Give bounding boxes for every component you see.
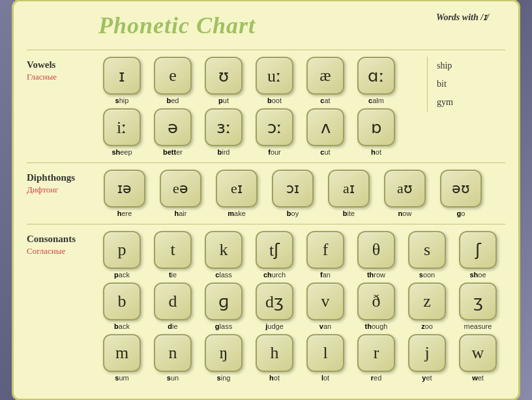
symbol-word: hot <box>371 148 381 156</box>
symbol-word: ship <box>115 97 129 104</box>
symbol-cell: bback <box>98 283 145 330</box>
symbol-word: die <box>168 322 177 330</box>
symbol-cell: zzoo <box>404 283 451 330</box>
symbol-box: ɔɪ <box>272 170 314 208</box>
diphthongs-row1: ɪəhereeəhaireɪmakeɔɪboyaɪbiteaʊnowəʊgo <box>98 170 505 217</box>
symbol-box: l <box>306 334 344 372</box>
symbol-cell: tʃchurch <box>251 231 298 279</box>
symbol-cell: ʊput <box>200 57 247 104</box>
symbol-box: ɡ <box>205 283 243 320</box>
main-grid: Vowels Гласные ɪshipebedʊputuːbootæcatɑː… <box>27 50 505 388</box>
symbol-box: p <box>103 231 141 269</box>
symbol-word: shoe <box>469 271 486 279</box>
symbol-cell: ɔɪboy <box>267 170 319 217</box>
symbol-word: hot <box>269 374 280 382</box>
symbol-cell: aɪbite <box>323 170 375 217</box>
diphthongs-symbols: ɪəhereeəhaireɪmakeɔɪboyaɪbiteaʊnowəʊgo <box>98 170 505 217</box>
word-gym: gym <box>437 93 505 112</box>
symbol-box: ɪə <box>104 170 145 208</box>
symbol-cell: ɪəhere <box>98 170 151 217</box>
symbol-box: w <box>459 334 497 372</box>
symbol-box: tʃ <box>256 231 293 269</box>
symbol-word: cut <box>320 148 330 156</box>
symbol-word: pack <box>114 271 130 279</box>
symbol-word: put <box>218 97 229 104</box>
symbol-cell: ɒhot <box>353 108 400 156</box>
symbol-cell: eɪmake <box>211 170 263 217</box>
symbol-box: ɒ <box>357 108 395 146</box>
symbol-word: now <box>398 209 412 217</box>
symbol-cell: ssoon <box>404 231 451 279</box>
symbol-word: red <box>371 374 382 382</box>
diphthongs-label: Diphthongs Дифтонг <box>27 170 98 195</box>
symbol-word: measure <box>464 322 492 330</box>
symbol-box: m <box>103 334 141 372</box>
symbol-box: ʌ <box>306 108 344 146</box>
symbol-box: s <box>408 231 446 269</box>
symbol-cell: jyet <box>404 334 451 382</box>
symbol-cell: ʌcut <box>302 108 349 156</box>
symbol-cell: ðthough <box>353 283 400 330</box>
symbol-word: fan <box>320 271 331 279</box>
symbol-word: back <box>114 322 130 330</box>
symbol-box: d <box>154 283 192 320</box>
symbol-cell: ɔːfour <box>251 108 298 156</box>
symbol-box: ŋ <box>205 334 243 372</box>
symbol-word: van <box>319 322 331 330</box>
symbol-cell: uːboot <box>251 57 298 104</box>
symbol-word: boot <box>267 97 282 104</box>
symbol-box: iː <box>103 108 141 146</box>
symbol-box: eə <box>160 170 201 208</box>
symbol-word: judge <box>265 322 284 330</box>
symbol-word: lot <box>321 374 329 382</box>
symbol-cell: dʒjudge <box>251 283 298 330</box>
symbol-word: soon <box>419 271 435 279</box>
symbol-word: make <box>228 209 246 217</box>
symbol-cell: əbetter <box>149 108 196 156</box>
symbol-word: yet <box>422 374 432 382</box>
symbol-word: though <box>365 322 388 330</box>
symbol-word: go <box>457 209 466 217</box>
symbol-box: h <box>256 334 293 372</box>
symbol-box: t <box>154 231 192 269</box>
symbol-cell: ɡglass <box>200 283 247 330</box>
word-bit: bit <box>437 75 505 93</box>
diphthongs-section: Diphthongs Дифтонг ɪəhereeəhaireɪmakeɔɪb… <box>27 162 505 224</box>
symbol-cell: æcat <box>302 57 349 104</box>
symbol-cell: eəhair <box>155 170 207 217</box>
symbol-cell: ddie <box>149 283 196 330</box>
symbol-cell: hhot <box>251 334 298 382</box>
symbol-word: glass <box>215 322 232 330</box>
symbol-cell: rred <box>353 334 400 382</box>
words-with-header: Words with /ɪ/ <box>427 12 505 46</box>
chart-container: Phonetic Chart Words with /ɪ/ Vowels Гла… <box>12 0 520 400</box>
symbol-cell: əʊgo <box>435 170 487 217</box>
symbol-box: v <box>306 283 344 320</box>
symbol-box: ə <box>154 108 192 146</box>
symbol-cell: ebed <box>149 57 196 104</box>
consonants-label: Consonants Согласные <box>27 231 98 256</box>
symbol-box: j <box>408 334 446 372</box>
vowels-label: Vowels Гласные <box>27 57 98 82</box>
symbol-box: b <box>103 283 141 320</box>
symbol-cell: ɪship <box>98 57 145 104</box>
vowels-section: Vowels Гласные ɪshipebedʊputuːbootæcatɑː… <box>27 50 505 162</box>
symbol-box: k <box>205 231 243 269</box>
symbol-word: four <box>268 148 281 156</box>
symbol-box: æ <box>306 57 344 95</box>
symbol-word: calm <box>368 97 384 104</box>
symbol-cell: ʒmeasure <box>454 283 501 330</box>
symbol-cell: aʊnow <box>379 170 431 217</box>
symbol-box: ɜː <box>205 108 243 146</box>
symbol-box: eɪ <box>216 170 258 208</box>
symbol-word: wet <box>472 374 484 382</box>
symbol-word: here <box>117 209 132 217</box>
symbol-box: ɑː <box>357 57 395 95</box>
symbol-word: church <box>263 271 286 279</box>
symbol-word: zoo <box>421 322 433 330</box>
symbol-box: əʊ <box>440 170 482 208</box>
word-ship: ship <box>437 57 505 75</box>
symbol-box: n <box>154 334 192 372</box>
symbol-cell: iːsheep <box>98 108 145 156</box>
consonants-row3: msumnsunŋsinghhotllotrredjyetwwet <box>98 334 505 382</box>
